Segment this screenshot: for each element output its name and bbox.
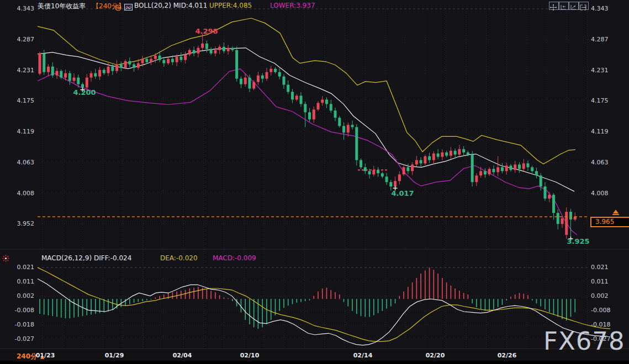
candle-body (176, 57, 178, 62)
candle-body (167, 59, 170, 63)
candle-body (406, 167, 409, 171)
candle-body (295, 96, 298, 100)
candle-body (360, 160, 362, 167)
candle-body (342, 126, 345, 132)
macd-tick-left: 0.002 (0, 293, 34, 299)
candle-body (479, 171, 482, 175)
move-icon[interactable] (549, 2, 559, 10)
candle-body (492, 169, 495, 172)
candle-body (39, 53, 41, 74)
candle-body (458, 149, 461, 154)
circle-plus-icon[interactable] (115, 3, 121, 13)
candle-body (437, 153, 440, 157)
candle-body (334, 111, 337, 118)
candle-body (338, 117, 341, 126)
candle-body (261, 76, 264, 79)
price-tick-left: 4.063 (0, 159, 34, 166)
date-tick: 02/14 (350, 352, 376, 359)
axis-zoom-left-icon[interactable] (559, 2, 569, 10)
candle-body (90, 73, 93, 78)
red-burst-icon[interactable] (2, 254, 10, 265)
candle-body (514, 164, 516, 170)
candle-body (269, 69, 272, 72)
candle-body (56, 71, 59, 76)
candle-body (98, 70, 101, 77)
boll-upper-line (38, 18, 575, 164)
price-tick-right: 4.119 (591, 129, 627, 135)
axis-play-icon[interactable] (569, 2, 579, 10)
candle-body (372, 170, 375, 174)
date-tick: 01/29 (102, 352, 127, 359)
candle-body (274, 69, 277, 72)
candle-body (218, 47, 221, 50)
candle-body (347, 125, 350, 132)
candle-body (381, 173, 384, 176)
candle-body (548, 195, 551, 199)
candle-body (120, 65, 123, 68)
candle-body (141, 59, 144, 63)
candle-body (535, 171, 538, 175)
candle-body (330, 104, 332, 111)
candle-body (432, 153, 435, 160)
candle-body (47, 67, 50, 72)
candle-body (179, 57, 182, 60)
macd-tick-left: 0.021 (0, 264, 34, 271)
date-tick: 02/20 (422, 352, 448, 359)
price-tick-right: 4.287 (591, 36, 627, 43)
candle-body (133, 65, 135, 68)
candle-body (317, 103, 320, 110)
candle-body (518, 164, 521, 169)
candle-body (377, 170, 379, 173)
candle-body (282, 77, 285, 85)
candle-body (304, 104, 306, 113)
chart-window: 4.2984.2004.0173.925 美债10年收益率 【240分】 BOL… (0, 0, 629, 364)
candle-body (411, 164, 414, 171)
time-axis-bar (0, 349, 629, 361)
price-annotation: 4.298 (195, 27, 218, 35)
price-tick-right: 4.343 (591, 6, 627, 12)
page-title: 美债10年收益率 (38, 2, 86, 11)
main-chart-canvas[interactable]: 4.2984.2004.0173.925 (0, 0, 629, 364)
candle-body (210, 49, 213, 53)
price-tick-right: 4.063 (591, 159, 627, 166)
candle-body (561, 218, 563, 224)
candle-body (223, 47, 225, 51)
candle-body (201, 44, 204, 48)
candle-body (467, 152, 469, 154)
candle-body (445, 152, 448, 156)
candle-body (398, 174, 401, 181)
macd-macd-label: MACD:-0.009 (213, 254, 256, 262)
candle-body (557, 213, 559, 224)
candle-body (248, 78, 251, 89)
candle-body (420, 160, 422, 163)
pan-right-icon[interactable] (579, 2, 589, 10)
price-tick-right: 4.175 (591, 98, 627, 104)
mini-chart-icon[interactable] (124, 2, 133, 13)
candle-body (81, 84, 84, 88)
candle-body (124, 61, 127, 68)
candle-body (415, 160, 418, 164)
price-arrow-icon[interactable] (611, 208, 621, 219)
candle-body (543, 186, 546, 199)
candle-body (454, 151, 457, 154)
candle-body (235, 50, 238, 79)
candle-body (111, 67, 114, 71)
candle-body (257, 76, 260, 82)
candle-body (308, 113, 311, 120)
macd-tick-right: -0.008 (591, 307, 627, 314)
candle-body (424, 156, 426, 163)
candle-body (428, 156, 431, 160)
candle-body (158, 56, 161, 60)
candle-body (252, 82, 255, 89)
candle-body (240, 79, 242, 84)
candle-body (569, 212, 572, 220)
candle-body (287, 85, 289, 92)
candle-body (471, 154, 474, 182)
boll-upper-label: UPPER:4.085 (209, 2, 252, 9)
price-tick-right: 4.231 (591, 67, 627, 74)
candle-body (526, 163, 529, 167)
candle-body (205, 44, 208, 49)
candle-body (368, 171, 371, 174)
candle-body (171, 59, 174, 62)
candle-body (214, 50, 216, 53)
